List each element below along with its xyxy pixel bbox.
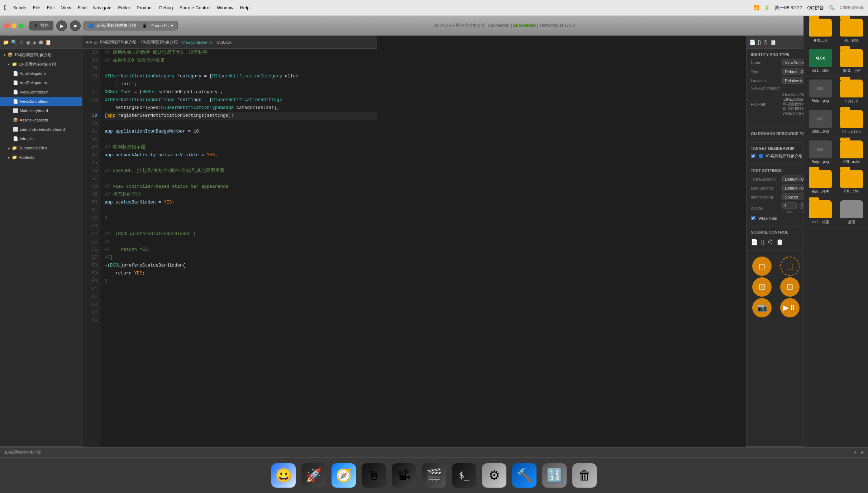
lib-icon-minus-grid[interactable]: ⊟ (780, 277, 800, 297)
source-control-icon-clock[interactable]: ⏱ (768, 239, 773, 245)
right-panel-item-zjl[interactable]: ZJL...etail (837, 170, 867, 194)
trash-icon: 🗑 (578, 468, 591, 483)
apple-menu[interactable]:  (4, 4, 7, 11)
sidebar-item-group[interactable]: ▼ 📁 10-应用程序对象介绍 (0, 59, 82, 69)
status-add-icon[interactable]: + (854, 450, 857, 455)
sidebar-icon-folder[interactable]: 📁 (3, 39, 9, 45)
sidebar-icon-log[interactable]: 📋 (45, 39, 51, 45)
dock-xcode[interactable]: 🔨 (512, 463, 536, 488)
lib-icon-play-pause[interactable]: ▶⏸ (780, 298, 800, 317)
menubar-product[interactable]: Product (137, 5, 153, 10)
menubar-view[interactable]: View (61, 5, 71, 10)
sidebar-item-main-storyboard[interactable]: ⬜ Main.storyboard (0, 106, 82, 115)
source-control-icon-code[interactable]: {} (761, 239, 765, 245)
menubar-help[interactable]: Help (240, 5, 249, 10)
scheme-selector[interactable]: 🔵 10-应用程序对象介绍 › 📱 iPhone 6s ▾ (84, 21, 178, 30)
nav-forward-icon[interactable]: ▶ (90, 40, 92, 44)
inspector-tab-quick-help[interactable]: {} (758, 39, 761, 45)
dock-imovie[interactable]: 📽 (392, 463, 416, 488)
nav-back-icon[interactable]: ◀ (85, 40, 88, 44)
dock-terminal[interactable]: $_ (452, 463, 476, 488)
status-filter-icon[interactable]: ⎈ (861, 450, 864, 455)
tab-width-input[interactable] (782, 202, 797, 209)
menubar-debug[interactable]: Debug (159, 5, 173, 10)
launchpad-icon: 🚀 (306, 468, 322, 483)
sidebar-icon-search[interactable]: 🔍 (11, 39, 17, 45)
menubar-edit[interactable]: Edit (47, 5, 54, 10)
menubar-find[interactable]: Find (78, 5, 87, 10)
finder-icon: 😀 (275, 468, 292, 483)
sidebar-item-launch-screen[interactable]: ⬜ LaunchScreen.storyboard (0, 125, 82, 134)
right-panel-item-cardan[interactable]: 车丹分享 (837, 80, 867, 104)
sidebar-item-supporting-files[interactable]: ▶ 📁 Supporting Files (0, 143, 82, 153)
inspector-tab-history[interactable]: ⏱ (763, 39, 768, 45)
wrap-lines-checkbox[interactable] (751, 216, 755, 220)
breadcrumb-item-2[interactable]: 10-应用程序对象介绍 (141, 39, 178, 45)
dock-mouse[interactable]: 🖱 (362, 463, 386, 488)
sidebar-icon-debug[interactable]: ⬢ (39, 39, 43, 45)
menubar-source-control[interactable]: Source Control (179, 5, 210, 10)
sidebar-item-project-root[interactable]: ▼ 📦 10-应用程序对象介绍 (0, 50, 82, 59)
dock-safari[interactable]: 🧭 (332, 463, 356, 488)
inspector-tab-ref[interactable]: 📋 (770, 39, 776, 45)
right-panel-item-snip2[interactable]: IMG Snip....png (805, 110, 835, 134)
right-panel-item-devtools[interactable]: 开发工具 (805, 19, 835, 43)
menubar-editor[interactable]: Editor (118, 5, 130, 10)
source-control-icon-file[interactable]: 📄 (751, 239, 758, 245)
lib-icon-grid[interactable]: ⊞ (752, 277, 772, 297)
dock-finder[interactable]: 😀 (271, 463, 296, 488)
right-panel-item-desktop[interactable]: 桌面 (837, 200, 867, 225)
run-button[interactable]: ▶ (56, 20, 67, 31)
sidebar-icon-breakpoint[interactable]: ◈ (33, 39, 37, 45)
dock-launchpad[interactable]: 🚀 (301, 463, 326, 488)
breadcrumb-item-3[interactable]: ViewController.m (182, 40, 212, 44)
stop-button[interactable]: ■ (70, 20, 81, 31)
lib-icon-dashed-square[interactable]: ⬚ (780, 257, 800, 276)
right-panel-item-snip1[interactable]: IMG Snip....png (805, 80, 835, 104)
sidebar-item-appdelegate-m[interactable]: 📄 AppDelegate.m (0, 78, 82, 87)
right-panel-item-snip3[interactable]: IMG Snip....png (805, 140, 835, 164)
widths-label: Widths (751, 206, 779, 210)
right-panel-item-ios1[interactable]: ios1…试题 (805, 200, 835, 225)
sidebar-item-info-plist[interactable]: 📄 Info.plist (0, 134, 82, 143)
menubar-navigate[interactable]: Navigate (93, 5, 111, 10)
minimize-window-button[interactable] (11, 23, 16, 28)
cardan-label: 车丹分享 (844, 99, 859, 104)
right-panel-item-ksi[interactable]: KSI...aster (837, 140, 867, 164)
dock-system-prefs[interactable]: ⚙ (482, 463, 506, 488)
maximize-window-button[interactable] (19, 23, 24, 28)
target-checkbox[interactable] (751, 154, 755, 158)
stop-icon: ■ (74, 23, 77, 29)
close-window-button[interactable] (4, 23, 9, 28)
menubar-file[interactable]: File (33, 5, 40, 10)
lib-icon-square[interactable]: ◻ (752, 257, 772, 276)
right-panel-item-opt[interactable]: 07-…(优化) (837, 110, 867, 134)
right-panel-item-unnamed[interactable]: 未命…件夹 (805, 170, 835, 194)
fullpath-label: Full Path (751, 102, 779, 106)
code-lines[interactable]: // 应用头像上的数字 默认情况下为0 ,没有数字 // 如果不是0 就会显示出… (100, 49, 377, 457)
dock-video-app[interactable]: 🎬 (422, 463, 446, 488)
breadcrumb-item-1[interactable]: 10-应用程序对象介绍 (99, 39, 137, 45)
menubar-xcode[interactable]: Xcode (13, 5, 27, 10)
breadcrumb-item-4[interactable]: -btnClick: (216, 40, 233, 44)
sidebar-item-assets[interactable]: 📦 Assets.xcassets (0, 115, 82, 125)
sidebar-item-products[interactable]: ▶ 📁 Products (0, 153, 82, 162)
dock-trash[interactable]: 🗑 (572, 463, 597, 488)
menubar-search-icon[interactable]: 🔍 (829, 5, 835, 10)
inspector-tab-file[interactable]: 📄 (749, 39, 755, 45)
code-line-35 (105, 64, 377, 72)
lib-icon-camera[interactable]: 📷 (752, 298, 772, 317)
pause-button[interactable]: ⏸ 暂停 (29, 21, 53, 30)
right-panel-item-xlsx[interactable]: XLSX ios1....xlsx (805, 49, 835, 73)
source-control-icon-ref[interactable]: 📋 (776, 239, 783, 245)
sidebar-icon-git[interactable]: ◉ (26, 39, 30, 45)
sidebar-item-appdelegate-h[interactable]: 📄 AppDelegate.h (0, 69, 82, 78)
right-panel-item-video[interactable]: 未…视频 (837, 19, 867, 43)
menubar-window[interactable]: Window (217, 5, 233, 10)
dock-numpad[interactable]: 🔢 (542, 463, 567, 488)
sidebar-item-viewcontroller-h[interactable]: 📄 ViewController.h (0, 87, 82, 97)
right-panel-item-class13[interactable]: 第13…业班 (837, 49, 867, 73)
code-editor[interactable]: 33 34 35 36 37 38 39 40 41 42 43 44 45 4… (82, 49, 377, 457)
sidebar-item-viewcontroller-m[interactable]: 📄 ViewController.m (0, 97, 82, 106)
sidebar-icon-warning[interactable]: ⚠ (19, 39, 24, 45)
